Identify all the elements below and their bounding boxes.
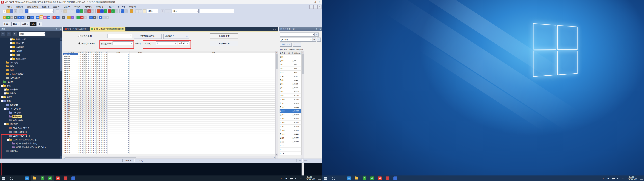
device-name-radio[interactable] xyxy=(78,35,81,37)
book-gray-icon[interactable]: ▥ xyxy=(91,10,94,13)
window-gray-2-icon[interactable]: ▣ xyxy=(106,16,109,19)
monitor-row[interactable]: U0\G49200000000000000000 xyxy=(64,142,276,144)
terminal-icon[interactable]: >_ xyxy=(80,10,83,13)
monitor-row[interactable]: U0\G46500000000000000000 xyxy=(64,88,276,90)
usage-row-D93[interactable]: D931k48 xyxy=(280,70,302,74)
device-gear-icon[interactable]: Dev xyxy=(90,16,93,19)
tab-close-icon[interactable]: ✕ xyxy=(122,28,124,30)
program-list-icon[interactable]: ≡ xyxy=(62,16,65,19)
nav-tree-item-待机[interactable]: 待机 xyxy=(0,68,60,72)
monitor-hscrollbar[interactable]: ◄ ► xyxy=(63,156,276,159)
start-button[interactable] xyxy=(0,176,8,181)
close-panel-icon[interactable]: ✕ xyxy=(60,27,62,31)
usage-row-D112[interactable]: D112 xyxy=(280,144,302,148)
nav-tree-item-模块信息[interactable]: -模块信息 xyxy=(0,122,60,126)
taskbar-app-edge-browser[interactable]: e xyxy=(345,176,353,181)
save-project-icon[interactable]: ▫ xyxy=(10,10,14,13)
nav-tree-item-结构体[interactable]: +结构体 xyxy=(0,92,60,95)
ladder-symbol-3-icon[interactable]: ┤ xyxy=(168,10,172,13)
nav-tree-item-0240:RJ61BT11 2[interactable]: 0240:RJ61BT11 2 xyxy=(0,126,60,130)
monitor-row[interactable]: U0\G44900000000000000000 xyxy=(64,55,276,57)
title-bar[interactable]: G MELSOFT GX Works3 D:\AAa项目\2025\延电\815… xyxy=(0,0,322,4)
watchdog-blue-icon[interactable]: ◉ xyxy=(56,16,60,19)
menu-编辑[interactable]: 编辑(E) xyxy=(14,4,25,9)
monitor-row[interactable]: U0\G49700000000000000000 xyxy=(64,152,276,154)
taskbar-app-file-explorer[interactable] xyxy=(31,176,38,181)
nav-tree-item-端口2 模块参数(CC-Link IE Field)[interactable]: 端口2 模块参数(CC-Link IE Field) xyxy=(0,146,60,149)
detail-table-button[interactable]: ▦ xyxy=(37,22,42,26)
help-icon[interactable]: ? xyxy=(25,10,28,13)
nav-tree-item-模块参数[interactable]: 模块参数 xyxy=(0,115,60,118)
word-display-format-button[interactable]: b·W ▾ xyxy=(3,22,11,26)
io-signal-icon[interactable]: I/O xyxy=(80,16,84,19)
collapse-icon[interactable]: - xyxy=(1,85,3,87)
usage-row-D111[interactable]: D1111H1140 xyxy=(280,140,302,144)
gear-icon[interactable]: ⚙ xyxy=(12,32,17,36)
menu-记录[interactable]: 记录(R) xyxy=(83,4,94,9)
buffer-memory-radio[interactable] xyxy=(78,42,81,45)
bit-length-format-button[interactable]: 16bit ▾ xyxy=(12,22,20,26)
usage-row-D113[interactable]: D113 xyxy=(280,148,302,152)
monitor-row[interactable]: U0\G45400000000000000000 xyxy=(64,65,276,67)
nav-tree-item-事件[interactable]: 事件 xyxy=(0,64,60,68)
navigation-scrollbar[interactable]: ▲ ▼ xyxy=(60,38,62,158)
io-check-icon[interactable]: I/O xyxy=(10,16,14,19)
menu-工具[interactable]: 工具(T) xyxy=(105,4,116,9)
tab-scroll-right-icon[interactable]: ▸ xyxy=(275,27,276,31)
monitor-row[interactable]: U0\G45900000000000000000 xyxy=(64,76,276,78)
taskbar-app-app-red[interactable] xyxy=(384,176,392,181)
expand-icon[interactable]: + xyxy=(10,38,12,40)
notification-center-icon[interactable] xyxy=(640,177,643,180)
ime-language-indicator[interactable]: 中 xyxy=(621,176,625,181)
nav-tree-item-标签[interactable]: -标签 xyxy=(0,84,60,88)
usage-row-D98[interactable]: D981H1200 xyxy=(280,90,302,94)
device-table-icon[interactable]: Dev xyxy=(47,16,50,19)
window-gray-1-icon[interactable]: ▣ xyxy=(102,16,106,19)
usage-row-D89[interactable]: D89 xyxy=(280,55,302,59)
scroll-thumb[interactable] xyxy=(60,41,62,71)
search-combo[interactable] xyxy=(29,9,54,13)
copy-icon[interactable]: ▣ xyxy=(60,10,63,13)
tray-app-icon[interactable]: ▣ xyxy=(284,176,288,181)
scroll-down-icon[interactable]: ▼ xyxy=(60,156,62,158)
tab-scroll-left-icon[interactable]: ◂ xyxy=(273,27,274,31)
new-project-icon[interactable]: ▢ xyxy=(3,10,6,13)
expand-icon[interactable]: + xyxy=(10,42,12,44)
undo-icon[interactable]: ↶ xyxy=(67,10,70,13)
usage-row-D90[interactable]: D901k0 xyxy=(280,59,302,63)
monitor-row[interactable]: U0\G47400000000000000000 xyxy=(64,106,276,108)
start-button[interactable] xyxy=(322,176,330,181)
nav-tree-item-恒定周期[interactable]: 恒定周期 xyxy=(0,61,60,64)
comment-display-combo[interactable] xyxy=(200,9,234,13)
monitor-row[interactable]: U0\G49500000000000000000 xyxy=(64,148,276,150)
monitor-row[interactable]: U0\G45200000000000000000 xyxy=(64,61,276,63)
taskbar-app-wps-writer[interactable]: W xyxy=(376,176,384,181)
nav-tree-item-报警[interactable]: +报警 xyxy=(0,53,60,57)
scroll-up-icon[interactable]: ▲ xyxy=(60,38,62,40)
nav-tree-item-R04ENCPU[interactable]: -R04ENCPU xyxy=(0,107,60,111)
usage-row-D92[interactable]: D921k32 xyxy=(280,67,302,70)
check-gray-icon[interactable]: ✓ xyxy=(84,16,87,19)
nav-tree-item-存储卡参数[interactable]: 存储卡参数 xyxy=(0,118,60,122)
monitor-row[interactable]: U0\G46900000000000000000 xyxy=(64,96,276,98)
collapse-icon[interactable]: - xyxy=(4,108,6,110)
display-size-combo[interactable]: 最大 ------- xyxy=(172,9,198,13)
monitor-red-icon[interactable]: ▶ xyxy=(108,10,111,13)
text-tool-icon[interactable]: I xyxy=(76,16,80,19)
taskbar-app-edge-browser[interactable]: e xyxy=(23,176,31,181)
nav-tree-item-机台交互[interactable]: +机台交互 xyxy=(0,42,60,45)
monitor-row[interactable]: U0\G47800000000000000000 xyxy=(64,114,276,116)
usage-row-D114[interactable]: D114 xyxy=(280,152,302,155)
usage-row-D110[interactable]: D1101H1130 xyxy=(280,136,302,140)
next-result-button[interactable]: › xyxy=(297,42,301,46)
book-red-icon[interactable]: ▥ xyxy=(88,10,91,13)
nav-tree-item-软元件[interactable]: +软元件 xyxy=(0,95,60,99)
open-display-format-button[interactable]: 打开显示格式(I)... xyxy=(134,34,162,39)
mdi-minimize-button[interactable]: ─ xyxy=(310,5,314,9)
usage-row-D99[interactable]: D991H1210 xyxy=(280,94,302,98)
monitor-row[interactable]: U0\G46700000000000000000 xyxy=(64,92,276,94)
usage-row-D105[interactable]: D1051H1030 xyxy=(280,117,302,121)
print-preview-icon[interactable]: ▤ xyxy=(6,16,10,19)
menu-窗口[interactable]: 窗口(W) xyxy=(116,4,127,9)
menu-转换[interactable]: 转换(C) xyxy=(40,4,51,9)
